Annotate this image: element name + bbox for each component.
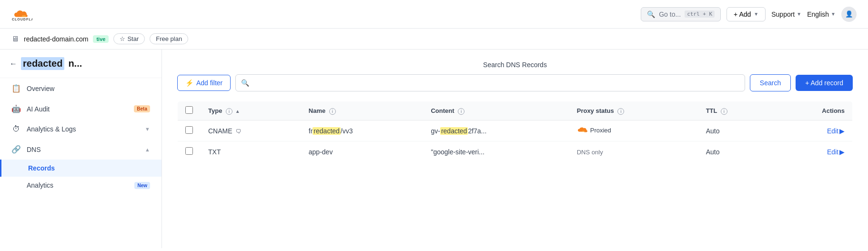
logo-area[interactable]: CLOUDFLARE [11, 8, 32, 21]
ttl-info-icon[interactable]: i [721, 108, 727, 115]
col-header-name: Name i [301, 101, 424, 120]
cloudflare-logo-icon: CLOUDFLARE [11, 8, 32, 21]
cloudflare-proxy-cloud-icon [577, 127, 587, 133]
edit-chevron-icon: ▶ [839, 127, 845, 135]
add-chevron-icon: ▼ [754, 11, 758, 17]
col-header-actions: Actions [774, 101, 853, 120]
main-content: Search DNS Records ⚡ Add filter 🔍 Search [162, 50, 868, 248]
cell-content: "google-site-veri... [423, 141, 569, 162]
type-info-icon[interactable]: i [226, 108, 232, 115]
cell-proxy-status: Proxied [569, 120, 698, 141]
sidebar-subitem-analytics[interactable]: Analytics New [0, 177, 161, 194]
new-badge: New [134, 182, 150, 189]
select-all-checkbox[interactable] [185, 106, 193, 114]
logo-text-label: CLOUDFLARE [12, 18, 32, 21]
ai-audit-icon: 🤖 [11, 104, 21, 113]
cell-proxy-status: DNS only [569, 141, 698, 162]
sidebar-item-analytics-logs[interactable]: ⏱ Analytics & Logs ▼ [0, 119, 161, 139]
sidebar-subitem-records[interactable]: Records [0, 160, 161, 177]
content-prefix: gv- [431, 127, 440, 135]
analytics-icon: ⏱ [11, 125, 21, 133]
sidebar: ← redactedn... 📋 Overview 🤖 AI Audit Bet… [0, 50, 162, 248]
user-avatar-button[interactable]: 👤 [841, 7, 857, 22]
topnav-actions: 🔍 Go to... ctrl + K + Add ▼ Support ▼ En… [641, 7, 857, 22]
filter-icon: ⚡ [185, 79, 193, 87]
star-button[interactable]: ☆ Star [113, 33, 145, 44]
goto-button[interactable]: 🔍 Go to... ctrl + K [641, 7, 721, 21]
active-badge: tive [93, 35, 109, 43]
search-section: Search DNS Records ⚡ Add filter 🔍 Search [177, 61, 853, 91]
edit-link[interactable]: Edit ▶ [782, 148, 845, 156]
col-header-type: Type i ▲ [201, 101, 301, 120]
content-highlight: redacted [440, 127, 468, 135]
support-button[interactable]: Support ▼ [771, 10, 801, 18]
language-chevron-icon: ▼ [831, 11, 836, 17]
star-label: Star [127, 35, 139, 42]
back-arrow-icon: ← [10, 60, 17, 68]
sidebar-item-label: AI Audit [27, 105, 128, 113]
goto-label: Go to... [659, 10, 681, 18]
search-icon: 🔍 [647, 10, 655, 18]
add-record-button[interactable]: + Add record [796, 75, 853, 91]
user-icon: 👤 [845, 10, 853, 18]
search-button[interactable]: Search [750, 74, 791, 91]
cell-ttl: Auto [698, 141, 774, 162]
sidebar-item-dns[interactable]: 🔗 DNS ▲ [0, 139, 161, 160]
search-input[interactable] [235, 74, 745, 91]
search-input-wrap: 🔍 [235, 74, 745, 91]
sidebar-subitem-label: Analytics [27, 181, 129, 189]
dns-table: Type i ▲ Name i Content i [177, 101, 853, 162]
row-checkbox[interactable] [185, 126, 193, 134]
dns-chevron-icon: ▲ [145, 147, 150, 152]
col-header-proxy-status: Proxy status i [569, 101, 698, 120]
content-info-icon[interactable]: i [458, 108, 464, 115]
dns-container: Search DNS Records ⚡ Add filter 🔍 Search [162, 50, 868, 174]
language-button[interactable]: English ▼ [807, 10, 836, 18]
edit-chevron-icon: ▶ [839, 148, 845, 156]
record-type: TXT [208, 148, 221, 156]
table-row: CNAME 🗨 frredacted/vv3 gv-redacted2f7a..… [178, 120, 853, 141]
back-button[interactable]: ← redactedn... [0, 50, 161, 78]
site-ellipsis: n... [68, 58, 82, 69]
proxy-label: Proxied [590, 127, 611, 134]
content-suffix: 2f7a... [468, 127, 486, 135]
search-btn-label: Search [760, 79, 781, 87]
beta-badge: Beta [134, 105, 150, 112]
add-record-label: + Add record [805, 79, 843, 87]
message-icon: 🗨 [236, 128, 242, 135]
sidebar-subitem-label: Records [28, 164, 150, 172]
content-value: "google-site-veri... [431, 148, 484, 156]
language-label: English [807, 10, 829, 18]
name-highlight: redacted [313, 127, 340, 135]
support-label: Support [771, 10, 795, 18]
domain-name: redacted-domain.com [24, 35, 88, 43]
name-info-icon[interactable]: i [329, 108, 336, 115]
proxy-info-icon[interactable]: i [617, 108, 624, 115]
table-row: TXT app-dev "google-site-veri... DNS onl… [178, 141, 853, 162]
search-row: ⚡ Add filter 🔍 Search + Add record [177, 74, 853, 91]
goto-kbd: ctrl + K [685, 10, 715, 18]
col-header-content: Content i [423, 101, 569, 120]
star-icon: ☆ [120, 35, 125, 42]
sidebar-item-overview[interactable]: 📋 Overview [0, 78, 161, 99]
type-sort-icon[interactable]: ▲ [235, 109, 240, 114]
add-filter-button[interactable]: ⚡ Add filter [177, 75, 231, 91]
domain-icon: 🖥 [11, 35, 19, 43]
analytics-chevron-icon: ▼ [145, 126, 150, 132]
edit-link[interactable]: Edit ▶ [782, 127, 845, 135]
cell-ttl: Auto [698, 120, 774, 141]
cell-actions: Edit ▶ [774, 120, 853, 141]
page-layout: ← redactedn... 📋 Overview 🤖 AI Audit Bet… [0, 50, 868, 248]
sidebar-item-label: Overview [27, 85, 150, 92]
add-button[interactable]: + Add ▼ [727, 7, 766, 21]
overview-icon: 📋 [11, 84, 21, 93]
row-checkbox[interactable] [185, 147, 193, 155]
name-suffix: /vv3 [341, 127, 353, 135]
col-header-ttl: TTL i [698, 101, 774, 120]
sidebar-item-ai-audit[interactable]: 🤖 AI Audit Beta [0, 99, 161, 119]
sidebar-item-label: DNS [27, 146, 139, 153]
add-filter-label: Add filter [196, 79, 222, 87]
cell-type: TXT [201, 141, 301, 162]
cell-type: CNAME 🗨 [201, 120, 301, 141]
search-icon: 🔍 [241, 79, 249, 87]
